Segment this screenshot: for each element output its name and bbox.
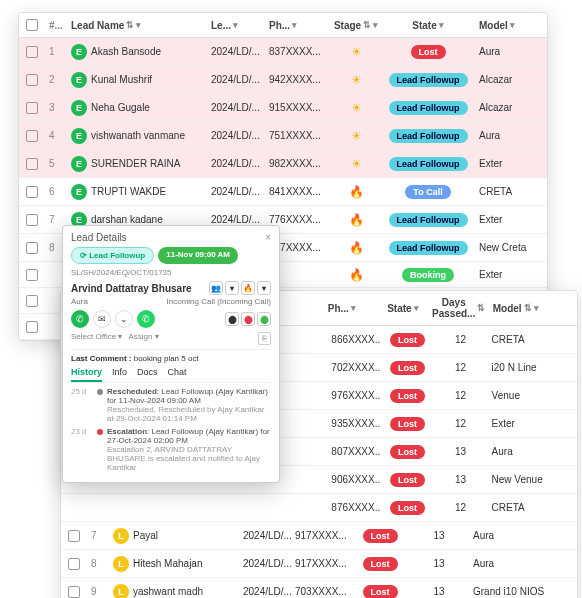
- row-checkbox[interactable]: [26, 214, 38, 226]
- fire-icon[interactable]: 🔥: [241, 281, 255, 295]
- select-all-checkbox[interactable]: [26, 19, 38, 31]
- row-checkbox[interactable]: [68, 558, 80, 570]
- row-checkbox[interactable]: [26, 158, 38, 170]
- state-badge[interactable]: Lost: [390, 361, 425, 375]
- schedule-chip[interactable]: 11-Nov 09:00 AM: [158, 247, 238, 264]
- assign-dropdown[interactable]: Assign ▾: [128, 332, 158, 345]
- tag2-icon[interactable]: ⬤: [241, 312, 255, 326]
- table-row[interactable]: 5 ESURENDER RAINA 2024/LD/... 982XXXX...…: [19, 150, 547, 178]
- state-badge[interactable]: Lost: [390, 445, 425, 459]
- col-model[interactable]: Model: [493, 303, 522, 314]
- row-checkbox[interactable]: [26, 130, 38, 142]
- tab-chat[interactable]: Chat: [168, 367, 187, 382]
- table-row[interactable]: 6 ETRUPTI WAKDE 2024/LD/... 841XXXX... 🔥…: [19, 178, 547, 206]
- row-checkbox[interactable]: [68, 530, 80, 542]
- sort-icon[interactable]: ⇅: [477, 303, 485, 313]
- table-row[interactable]: 9 Lyashwant madh 2024/LD/... 703XXXX... …: [61, 578, 577, 598]
- col-le[interactable]: Le...: [211, 20, 231, 31]
- lead-followup-chip[interactable]: ⟳ Lead Followup: [71, 247, 154, 264]
- row-checkbox[interactable]: [26, 295, 38, 307]
- copy-icon[interactable]: ⎘: [258, 332, 271, 345]
- filter-icon[interactable]: ▾: [233, 20, 238, 30]
- col-state[interactable]: State: [412, 20, 436, 31]
- state-badge[interactable]: Lead Followup: [389, 241, 468, 255]
- filter-icon[interactable]: ▾: [351, 303, 356, 313]
- tag3-icon[interactable]: ⬤: [257, 312, 271, 326]
- days-passed: 12: [434, 358, 488, 377]
- state-badge[interactable]: Lead Followup: [389, 129, 468, 143]
- state-badge[interactable]: Lost: [390, 333, 425, 347]
- table-row[interactable]: 8 LHitesh Mahajan 2024/LD/... 917XXXX...…: [61, 550, 577, 578]
- col-ph[interactable]: Ph...: [269, 20, 290, 31]
- call-button[interactable]: ✆: [71, 310, 89, 328]
- state-badge[interactable]: Lost: [411, 45, 446, 59]
- state-badge[interactable]: To Call: [405, 185, 450, 199]
- model: Alcazar: [475, 98, 545, 117]
- sms-button[interactable]: ✉: [93, 310, 111, 328]
- lead-id: 2024/LD/...: [207, 126, 265, 145]
- tab-info[interactable]: Info: [112, 367, 127, 382]
- filter-icon[interactable]: ▾: [510, 20, 515, 30]
- state-badge[interactable]: Lost: [363, 529, 398, 543]
- state-badge[interactable]: Lost: [363, 585, 398, 599]
- state-badge[interactable]: Lost: [390, 501, 425, 515]
- row-checkbox[interactable]: [26, 74, 38, 86]
- model: Aura: [475, 126, 545, 145]
- state-badge[interactable]: Lost: [390, 417, 425, 431]
- table-row[interactable]: 2 EKunal Mushrif 2024/LD/... 942XXXX... …: [19, 66, 547, 94]
- state-badge[interactable]: Lost: [363, 557, 398, 571]
- row-checkbox[interactable]: [26, 102, 38, 114]
- filter-icon[interactable]: ▾: [292, 20, 297, 30]
- state-badge[interactable]: Lead Followup: [389, 101, 468, 115]
- sort-icon[interactable]: ⇅: [363, 20, 371, 30]
- col-stage[interactable]: Stage: [334, 20, 361, 31]
- row-checkbox[interactable]: [68, 586, 80, 598]
- user-icon[interactable]: 👥: [209, 281, 223, 295]
- tab-docs[interactable]: Docs: [137, 367, 158, 382]
- row-checkbox[interactable]: [26, 321, 38, 333]
- row-checkbox[interactable]: [26, 242, 38, 254]
- filter-icon[interactable]: ▾: [534, 303, 539, 313]
- filter-icon[interactable]: ▾: [136, 20, 141, 30]
- filter-icon[interactable]: ▾: [439, 20, 444, 30]
- col-name[interactable]: Lead Name: [71, 20, 124, 31]
- sort-icon[interactable]: ⇅: [126, 20, 134, 30]
- table-row[interactable]: 1 EAkash Bansode 2024/LD/... 837XXXX... …: [19, 38, 547, 66]
- model: i20 N Line: [488, 358, 577, 377]
- stage-dropdown[interactable]: ▾: [257, 281, 271, 295]
- col-state[interactable]: State: [387, 303, 411, 314]
- table-row[interactable]: 4 Evishwanath vanmane 2024/LD/... 751XXX…: [19, 122, 547, 150]
- row-number: 5: [45, 154, 67, 173]
- flag-dropdown[interactable]: ▾: [225, 281, 239, 295]
- row-checkbox[interactable]: [26, 46, 38, 58]
- select-office-dropdown[interactable]: Select Office ▾: [71, 332, 122, 345]
- hangup-button[interactable]: ⌄: [115, 310, 133, 328]
- table-row[interactable]: 7 LPayal 2024/LD/... 917XXXX... Lost 13 …: [61, 522, 577, 550]
- lead-name: Kunal Mushrif: [91, 74, 152, 85]
- col-num[interactable]: #...: [49, 20, 63, 31]
- col-model[interactable]: Model: [479, 20, 508, 31]
- state-badge[interactable]: Lead Followup: [389, 157, 468, 171]
- state-badge[interactable]: Lost: [390, 389, 425, 403]
- sort-icon[interactable]: ⇅: [524, 303, 532, 313]
- state-badge[interactable]: Lost: [390, 473, 425, 487]
- state-badge[interactable]: Lead Followup: [389, 213, 468, 227]
- lead-name: Payal: [133, 530, 158, 541]
- whatsapp-button[interactable]: ✆: [137, 310, 155, 328]
- state-badge[interactable]: Lead Followup: [389, 73, 468, 87]
- model: CRETA: [488, 330, 577, 349]
- filter-icon[interactable]: ▾: [414, 303, 419, 313]
- table-row[interactable]: 876XXXX... Lost 12 CRETA: [61, 494, 577, 522]
- table-row[interactable]: 3 ENeha Gugale 2024/LD/... 915XXXX... ☀ …: [19, 94, 547, 122]
- col-days[interactable]: Days Passed...: [432, 297, 475, 319]
- close-icon[interactable]: ×: [265, 232, 271, 243]
- tab-history[interactable]: History: [71, 367, 102, 382]
- days-passed: 12: [434, 386, 488, 405]
- row-checkbox[interactable]: [26, 269, 38, 281]
- row-checkbox[interactable]: [26, 186, 38, 198]
- filter-icon[interactable]: ▾: [373, 20, 378, 30]
- state-badge[interactable]: Booking: [402, 268, 454, 282]
- avatar: E: [71, 44, 87, 60]
- col-ph[interactable]: Ph...: [328, 303, 349, 314]
- tag-icon[interactable]: ⬤: [225, 312, 239, 326]
